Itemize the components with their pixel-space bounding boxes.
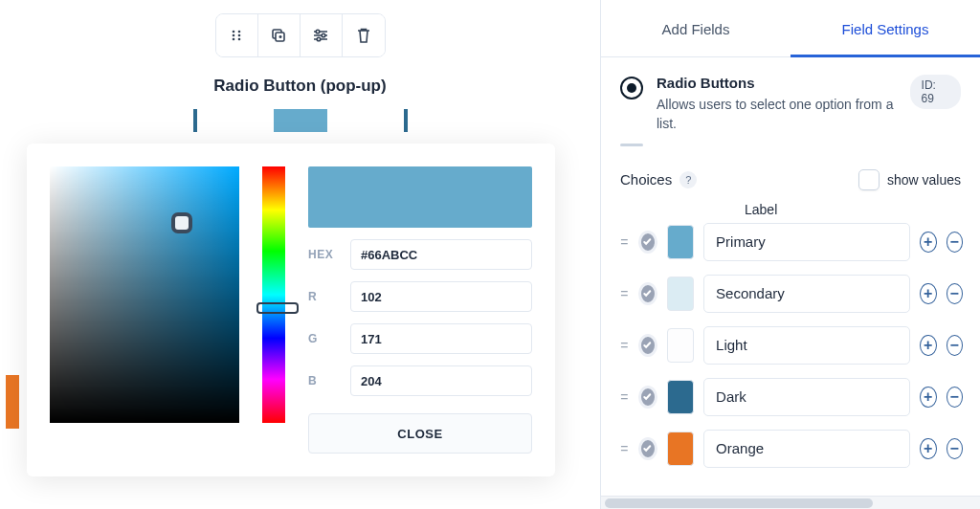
choice-label-input[interactable]: [703, 378, 910, 416]
choice-selected-toggle[interactable]: [638, 386, 657, 409]
duplicate-button[interactable]: [258, 14, 301, 56]
choice-row: = + −: [618, 430, 963, 468]
choice-row: = + −: [618, 223, 963, 261]
g-label: G: [308, 332, 341, 345]
drag-handle-icon[interactable]: =: [618, 286, 629, 301]
help-icon[interactable]: ?: [679, 171, 697, 188]
svg-point-9: [322, 33, 325, 37]
choice-label-input[interactable]: [703, 430, 910, 468]
svg-point-8: [316, 30, 320, 33]
bg-swatch-primary: [274, 109, 327, 132]
settings-sliders-button[interactable]: [301, 14, 343, 56]
field-toolbar: [215, 13, 386, 57]
add-choice-button[interactable]: +: [920, 283, 936, 304]
remove-choice-button[interactable]: −: [947, 387, 963, 408]
horizontal-scrollbar[interactable]: [601, 496, 980, 509]
delete-button[interactable]: [343, 14, 385, 56]
bg-swatch-orange: [6, 375, 19, 429]
field-type-title: Radio Buttons: [657, 75, 897, 91]
g-input[interactable]: [350, 323, 532, 354]
settings-tabs: Add Fields Field Settings: [601, 0, 980, 57]
choice-row: = + −: [618, 275, 963, 313]
choice-selected-toggle[interactable]: [638, 231, 657, 254]
remove-choice-button[interactable]: −: [947, 232, 963, 253]
svg-point-4: [233, 38, 235, 41]
choices-section-title: Choices: [620, 171, 672, 188]
close-button[interactable]: CLOSE: [308, 413, 532, 454]
divider-icon: [620, 144, 643, 146]
b-input[interactable]: [350, 365, 532, 396]
choice-selected-toggle[interactable]: [638, 437, 657, 460]
add-choice-button[interactable]: +: [920, 387, 936, 408]
tab-add-fields[interactable]: Add Fields: [601, 0, 791, 56]
hue-slider[interactable]: [262, 166, 285, 423]
label-column-header: Label: [601, 198, 980, 223]
choice-selected-toggle[interactable]: [638, 282, 657, 305]
svg-point-10: [317, 37, 321, 41]
choices-list: = + − = + − = + − = + − =: [601, 223, 980, 496]
show-values-label: show values: [887, 172, 961, 188]
r-label: R: [308, 290, 341, 303]
saturation-value-thumb[interactable]: [171, 212, 192, 233]
remove-choice-button[interactable]: −: [947, 283, 963, 304]
hex-label: HEX: [308, 248, 341, 261]
svg-point-5: [238, 38, 241, 41]
hue-slider-thumb[interactable]: [256, 302, 299, 314]
field-type-desc: Allows users to select one option from a…: [657, 95, 897, 134]
choice-label-input[interactable]: [703, 223, 910, 261]
svg-point-3: [238, 34, 241, 37]
svg-point-2: [233, 34, 235, 37]
add-choice-button[interactable]: +: [920, 438, 936, 459]
remove-choice-button[interactable]: −: [947, 438, 963, 459]
svg-point-0: [233, 31, 235, 33]
scrollbar-thumb[interactable]: [605, 498, 873, 508]
show-values-checkbox[interactable]: [858, 169, 880, 190]
choice-color-swatch[interactable]: [667, 432, 694, 466]
show-values-toggle[interactable]: show values: [858, 169, 961, 190]
r-input[interactable]: [350, 281, 532, 312]
bg-swatch-dark-left: [193, 109, 197, 132]
b-label: B: [308, 374, 341, 387]
field-id-badge: ID: 69: [910, 75, 961, 109]
hex-input[interactable]: [350, 239, 532, 270]
choice-color-swatch[interactable]: [667, 225, 694, 259]
tab-field-settings[interactable]: Field Settings: [791, 0, 980, 57]
choice-color-swatch[interactable]: [667, 380, 694, 414]
choice-label-input[interactable]: [703, 275, 910, 313]
add-choice-button[interactable]: +: [920, 232, 936, 253]
choice-color-swatch[interactable]: [667, 328, 694, 363]
bg-swatch-dark-right: [404, 109, 408, 132]
remove-choice-button[interactable]: −: [947, 335, 963, 356]
drag-handle-icon[interactable]: =: [618, 234, 629, 250]
color-preview: [308, 166, 532, 228]
drag-handle-icon[interactable]: =: [618, 441, 629, 456]
choice-row: = + −: [618, 378, 963, 416]
choice-color-swatch[interactable]: [667, 277, 694, 311]
move-handle-button[interactable]: [216, 14, 258, 56]
choice-label-input[interactable]: [703, 326, 910, 365]
choice-selected-toggle[interactable]: [638, 334, 657, 357]
svg-point-1: [238, 31, 241, 33]
color-picker-panel: HEX R G B CLOSE: [27, 144, 555, 476]
drag-handle-icon[interactable]: =: [618, 338, 629, 353]
choice-row: = + −: [618, 326, 963, 365]
saturation-value-area[interactable]: [50, 166, 239, 423]
background-swatches: [0, 109, 600, 132]
add-choice-button[interactable]: +: [920, 335, 936, 356]
radio-icon: [620, 77, 643, 100]
drag-handle-icon[interactable]: =: [618, 389, 629, 405]
field-title: Radio Button (pop-up): [0, 77, 600, 96]
